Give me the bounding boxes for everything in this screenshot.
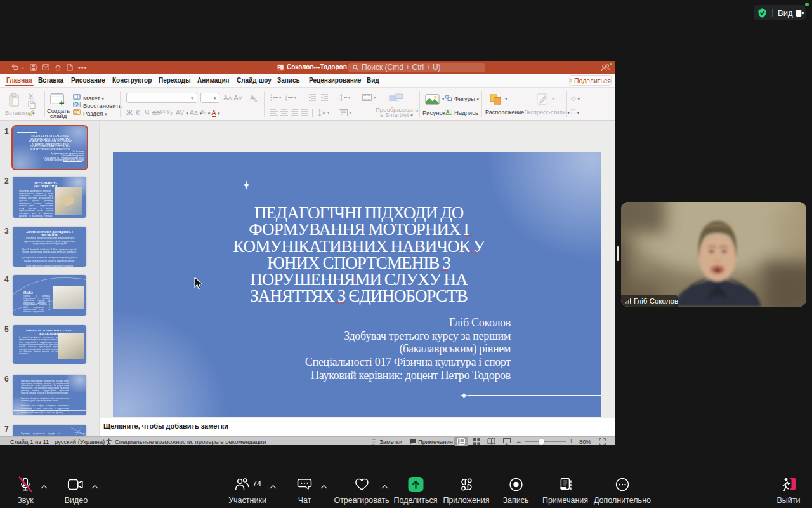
svg-text:P: P bbox=[277, 64, 281, 70]
svg-text:A: A bbox=[322, 110, 325, 115]
svg-text:A: A bbox=[446, 109, 449, 115]
svg-text:3: 3 bbox=[285, 98, 287, 101]
